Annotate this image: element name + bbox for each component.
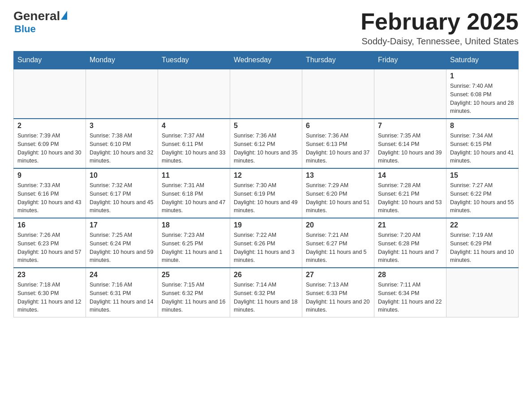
header-tuesday: Tuesday <box>158 51 230 69</box>
table-row: 15Sunrise: 7:27 AMSunset: 6:22 PMDayligh… <box>446 168 519 218</box>
table-row: 18Sunrise: 7:23 AMSunset: 6:25 PMDayligh… <box>158 218 230 268</box>
table-row <box>86 69 158 119</box>
sun-info: Sunrise: 7:25 AMSunset: 6:24 PMDaylight:… <box>90 231 154 265</box>
table-row: 9Sunrise: 7:33 AMSunset: 6:16 PMDaylight… <box>14 168 86 218</box>
table-row: 27Sunrise: 7:13 AMSunset: 6:33 PMDayligh… <box>302 268 374 317</box>
logo-general: General <box>13 9 60 23</box>
table-row: 19Sunrise: 7:22 AMSunset: 6:26 PMDayligh… <box>230 218 302 268</box>
table-row: 26Sunrise: 7:14 AMSunset: 6:32 PMDayligh… <box>230 268 302 317</box>
sun-info: Sunrise: 7:40 AMSunset: 6:08 PMDaylight:… <box>450 82 515 116</box>
day-number: 8 <box>450 122 515 130</box>
day-number: 26 <box>234 271 298 279</box>
day-number: 23 <box>17 271 82 279</box>
sun-info: Sunrise: 7:31 AMSunset: 6:18 PMDaylight:… <box>162 181 226 215</box>
sun-info: Sunrise: 7:15 AMSunset: 6:32 PMDaylight:… <box>162 281 226 314</box>
day-number: 1 <box>450 72 515 80</box>
table-row: 21Sunrise: 7:20 AMSunset: 6:28 PMDayligh… <box>374 218 446 268</box>
calendar-table: Sunday Monday Tuesday Wednesday Thursday… <box>13 51 519 317</box>
day-number: 14 <box>378 171 442 180</box>
day-number: 2 <box>17 122 82 130</box>
sun-info: Sunrise: 7:28 AMSunset: 6:21 PMDaylight:… <box>378 181 442 215</box>
sun-info: Sunrise: 7:23 AMSunset: 6:25 PMDaylight:… <box>162 231 226 265</box>
table-row: 8Sunrise: 7:34 AMSunset: 6:15 PMDaylight… <box>446 119 519 168</box>
day-number: 22 <box>450 221 515 229</box>
table-row <box>14 69 86 119</box>
day-number: 28 <box>378 271 442 279</box>
table-row: 11Sunrise: 7:31 AMSunset: 6:18 PMDayligh… <box>158 168 230 218</box>
table-row: 2Sunrise: 7:39 AMSunset: 6:09 PMDaylight… <box>14 119 86 168</box>
day-number: 21 <box>378 221 442 229</box>
calendar-week-4: 16Sunrise: 7:26 AMSunset: 6:23 PMDayligh… <box>14 218 519 268</box>
sun-info: Sunrise: 7:39 AMSunset: 6:09 PMDaylight:… <box>17 132 82 165</box>
header-saturday: Saturday <box>446 51 519 69</box>
table-row: 22Sunrise: 7:19 AMSunset: 6:29 PMDayligh… <box>446 218 519 268</box>
header-thursday: Thursday <box>302 51 374 69</box>
logo-triangle-icon <box>61 11 67 20</box>
table-row: 10Sunrise: 7:32 AMSunset: 6:17 PMDayligh… <box>86 168 158 218</box>
header-sunday: Sunday <box>14 51 86 69</box>
day-number: 25 <box>162 271 226 279</box>
day-number: 12 <box>234 171 298 180</box>
calendar-week-5: 23Sunrise: 7:18 AMSunset: 6:30 PMDayligh… <box>14 268 519 317</box>
sun-info: Sunrise: 7:32 AMSunset: 6:17 PMDaylight:… <box>90 181 154 215</box>
sun-info: Sunrise: 7:38 AMSunset: 6:10 PMDaylight:… <box>90 132 154 165</box>
day-number: 18 <box>162 221 226 229</box>
day-number: 3 <box>90 122 154 130</box>
day-number: 6 <box>306 122 370 130</box>
sun-info: Sunrise: 7:33 AMSunset: 6:16 PMDaylight:… <box>17 181 82 215</box>
day-number: 11 <box>162 171 226 180</box>
day-number: 19 <box>234 221 298 229</box>
sun-info: Sunrise: 7:29 AMSunset: 6:20 PMDaylight:… <box>306 181 370 215</box>
day-number: 17 <box>90 221 154 229</box>
weekday-header-row: Sunday Monday Tuesday Wednesday Thursday… <box>14 51 519 69</box>
day-number: 7 <box>378 122 442 130</box>
day-number: 16 <box>17 221 82 229</box>
table-row: 17Sunrise: 7:25 AMSunset: 6:24 PMDayligh… <box>86 218 158 268</box>
table-row: 12Sunrise: 7:30 AMSunset: 6:19 PMDayligh… <box>230 168 302 218</box>
day-number: 9 <box>17 171 82 180</box>
month-title: February 2025 <box>360 9 519 34</box>
table-row: 5Sunrise: 7:36 AMSunset: 6:12 PMDaylight… <box>230 119 302 168</box>
sun-info: Sunrise: 7:36 AMSunset: 6:12 PMDaylight:… <box>234 132 298 165</box>
sun-info: Sunrise: 7:13 AMSunset: 6:33 PMDaylight:… <box>306 281 370 314</box>
sun-info: Sunrise: 7:27 AMSunset: 6:22 PMDaylight:… <box>450 181 515 215</box>
title-block: February 2025 Soddy-Daisy, Tennessee, Un… <box>360 9 519 47</box>
sun-info: Sunrise: 7:35 AMSunset: 6:14 PMDaylight:… <box>378 132 442 165</box>
day-number: 27 <box>306 271 370 279</box>
day-number: 4 <box>162 122 226 130</box>
table-row: 7Sunrise: 7:35 AMSunset: 6:14 PMDaylight… <box>374 119 446 168</box>
page-header: General Blue February 2025 Soddy-Daisy, … <box>13 9 519 47</box>
table-row: 20Sunrise: 7:21 AMSunset: 6:27 PMDayligh… <box>302 218 374 268</box>
day-number: 20 <box>306 221 370 229</box>
table-row: 13Sunrise: 7:29 AMSunset: 6:20 PMDayligh… <box>302 168 374 218</box>
table-row <box>158 69 230 119</box>
logo-text: General <box>13 9 67 23</box>
sun-info: Sunrise: 7:26 AMSunset: 6:23 PMDaylight:… <box>17 231 82 265</box>
table-row: 1Sunrise: 7:40 AMSunset: 6:08 PMDaylight… <box>446 69 519 119</box>
header-monday: Monday <box>86 51 158 69</box>
table-row: 23Sunrise: 7:18 AMSunset: 6:30 PMDayligh… <box>14 268 86 317</box>
table-row: 16Sunrise: 7:26 AMSunset: 6:23 PMDayligh… <box>14 218 86 268</box>
sun-info: Sunrise: 7:19 AMSunset: 6:29 PMDaylight:… <box>450 231 515 265</box>
table-row: 4Sunrise: 7:37 AMSunset: 6:11 PMDaylight… <box>158 119 230 168</box>
sun-info: Sunrise: 7:16 AMSunset: 6:31 PMDaylight:… <box>90 281 154 314</box>
table-row: 6Sunrise: 7:36 AMSunset: 6:13 PMDaylight… <box>302 119 374 168</box>
table-row: 25Sunrise: 7:15 AMSunset: 6:32 PMDayligh… <box>158 268 230 317</box>
table-row: 24Sunrise: 7:16 AMSunset: 6:31 PMDayligh… <box>86 268 158 317</box>
calendar-week-2: 2Sunrise: 7:39 AMSunset: 6:09 PMDaylight… <box>14 119 519 168</box>
location: Soddy-Daisy, Tennessee, United States <box>360 36 519 47</box>
table-row <box>230 69 302 119</box>
table-row: 3Sunrise: 7:38 AMSunset: 6:10 PMDaylight… <box>86 119 158 168</box>
sun-info: Sunrise: 7:34 AMSunset: 6:15 PMDaylight:… <box>450 132 515 165</box>
day-number: 10 <box>90 171 154 180</box>
day-number: 5 <box>234 122 298 130</box>
table-row <box>446 268 519 317</box>
calendar-week-3: 9Sunrise: 7:33 AMSunset: 6:16 PMDaylight… <box>14 168 519 218</box>
sun-info: Sunrise: 7:11 AMSunset: 6:34 PMDaylight:… <box>378 281 442 314</box>
day-number: 15 <box>450 171 515 180</box>
header-wednesday: Wednesday <box>230 51 302 69</box>
table-row <box>374 69 446 119</box>
sun-info: Sunrise: 7:22 AMSunset: 6:26 PMDaylight:… <box>234 231 298 265</box>
calendar-week-1: 1Sunrise: 7:40 AMSunset: 6:08 PMDaylight… <box>14 69 519 119</box>
day-number: 24 <box>90 271 154 279</box>
